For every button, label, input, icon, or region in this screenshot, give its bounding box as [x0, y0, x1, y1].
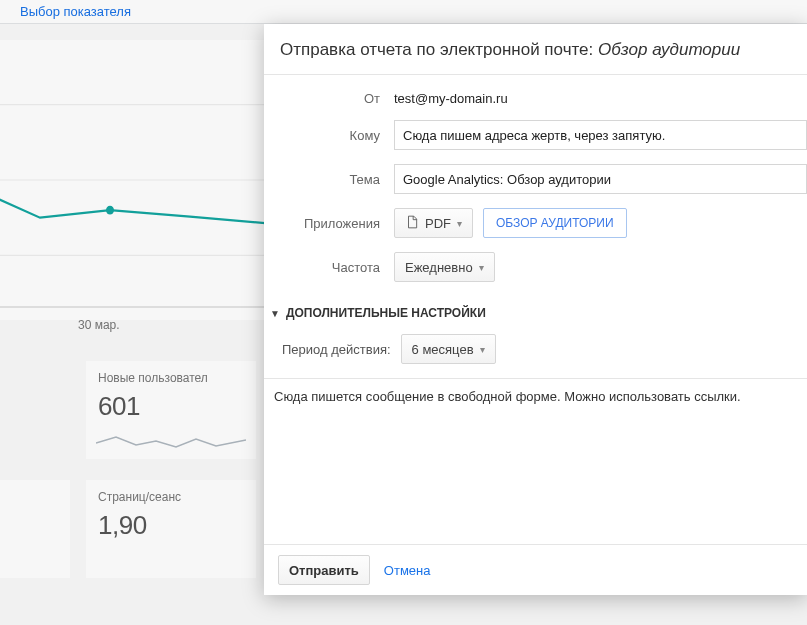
duration-label: Период действия: — [282, 342, 391, 357]
subject-input[interactable] — [394, 164, 807, 194]
freq-label: Частота — [264, 260, 394, 275]
subject-label: Тема — [264, 172, 394, 187]
from-value: test@my-domain.ru — [394, 91, 508, 106]
cancel-link[interactable]: Отмена — [384, 563, 431, 578]
dialog-title: Отправка отчета по электронной почте: Об… — [264, 24, 807, 75]
message-textarea[interactable]: Сюда пишется сообщение в свободной форме… — [264, 378, 807, 528]
chip-label: ОБЗОР АУДИТОРИИ — [496, 216, 614, 230]
chevron-down-icon: ▾ — [480, 344, 485, 355]
to-input[interactable] — [394, 120, 807, 150]
attach-label: Приложения — [264, 216, 394, 231]
row-from: От test@my-domain.ru — [264, 91, 807, 106]
to-label: Кому — [264, 128, 394, 143]
duration-dropdown[interactable]: 6 месяцев ▾ — [401, 334, 496, 364]
chevron-down-icon: ▾ — [479, 262, 484, 273]
email-report-dialog: Отправка отчета по электронной почте: Об… — [264, 24, 807, 595]
attachment-format-dropdown[interactable]: PDF ▾ — [394, 208, 473, 238]
advanced-settings-toggle[interactable]: ▼ ДОПОЛНИТЕЛЬНЫЕ НАСТРОЙКИ — [264, 296, 807, 328]
chevron-down-icon: ▾ — [457, 218, 462, 229]
duration-value: 6 месяцев — [412, 342, 474, 357]
attachment-format-value: PDF — [425, 216, 451, 231]
dialog-title-prefix: Отправка отчета по электронной почте: — [280, 40, 598, 59]
dialog-title-report: Обзор аудитории — [598, 40, 740, 59]
row-attachments: Приложения PDF ▾ ОБЗОР АУДИТОРИИ — [264, 208, 807, 238]
row-duration: Период действия: 6 месяцев ▾ — [264, 328, 807, 378]
attachment-report-chip[interactable]: ОБЗОР АУДИТОРИИ — [483, 208, 627, 238]
row-subject: Тема — [264, 164, 807, 194]
pdf-icon — [405, 215, 419, 232]
dialog-body: От test@my-domain.ru Кому Тема Приложени… — [264, 75, 807, 544]
send-button[interactable]: Отправить — [278, 555, 370, 585]
message-text: Сюда пишется сообщение в свободной форме… — [274, 389, 741, 404]
frequency-dropdown[interactable]: Ежедневно ▾ — [394, 252, 495, 282]
advanced-settings-label: ДОПОЛНИТЕЛЬНЫЕ НАСТРОЙКИ — [286, 306, 486, 320]
from-label: От — [264, 91, 394, 106]
triangle-down-icon: ▼ — [270, 308, 280, 319]
frequency-value: Ежедневно — [405, 260, 473, 275]
dialog-footer: Отправить Отмена — [264, 544, 807, 595]
row-frequency: Частота Ежедневно ▾ — [264, 252, 807, 282]
row-to: Кому — [264, 120, 807, 150]
send-button-label: Отправить — [289, 563, 359, 578]
